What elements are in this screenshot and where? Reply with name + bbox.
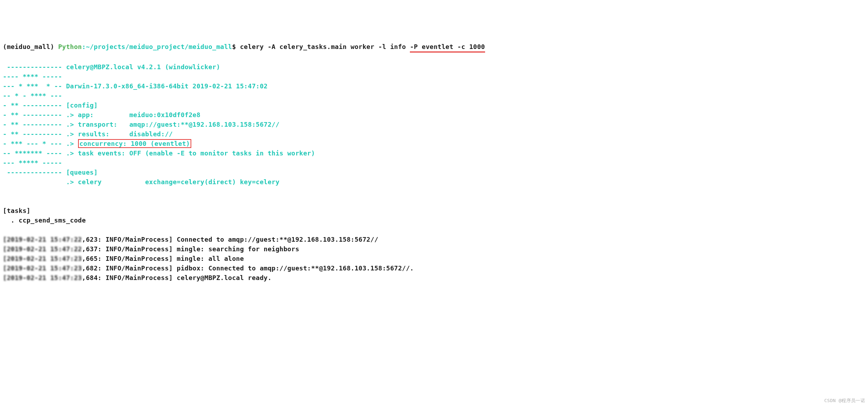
- config-arrow: .>: [66, 140, 78, 147]
- tasks-header: [tasks]: [3, 207, 31, 214]
- banner-art: - *** --- * ---: [3, 140, 66, 147]
- log-line: ,637: INFO/MainProcess] mingle: searchin…: [82, 245, 300, 253]
- tasks-item: . ccp_send_sms_code: [3, 216, 86, 224]
- log-timestamp: [2019-02-21 15:47:22: [3, 245, 82, 253]
- banner-title: celery@MBPZ.local v4.2.1 (windowlicker): [66, 63, 220, 71]
- banner-art: - ** ----------: [3, 130, 66, 138]
- terminal-output: (meiduo_mall) Python:~/projects/meiduo_p…: [3, 42, 865, 282]
- prompt-env: (meiduo_mall): [3, 43, 58, 50]
- log-timestamp: [2019-02-21 15:47:22: [3, 236, 82, 243]
- config-header: [config]: [66, 102, 98, 109]
- log-timestamp: [2019-02-21 15:47:23: [3, 255, 82, 262]
- config-results: .> results: disabled://: [66, 130, 173, 138]
- queues-header: [queues]: [66, 169, 98, 176]
- log-timestamp: [2019-02-21 15:47:23: [3, 274, 82, 281]
- prompt-user: Python: [58, 43, 82, 50]
- banner-art: - ** ----------: [3, 111, 66, 119]
- command-highlighted: -P eventlet -c 1000: [410, 42, 485, 53]
- log-line: ,682: INFO/MainProcess] pidbox: Connecte…: [82, 264, 414, 272]
- banner-platform: Darwin-17.3.0-x86_64-i386-64bit 2019-02-…: [66, 82, 268, 90]
- config-transport: .> transport: amqp://guest:**@192.168.10…: [66, 121, 279, 128]
- banner-art: - ** ----------: [3, 121, 66, 128]
- banner-art: -- ******* ----: [3, 149, 66, 157]
- banner-art: --------------: [3, 169, 66, 176]
- prompt-path: :~/projects/meiduo_project/meiduo_mall: [82, 43, 232, 50]
- banner-art: -- * - **** ---: [3, 92, 62, 99]
- banner-art: --- * *** * --: [3, 82, 66, 90]
- banner-art: - ** ----------: [3, 102, 66, 109]
- config-app: .> app: meiduo:0x10df0f2e8: [66, 111, 200, 119]
- config-concurrency-highlighted: concurrency: 1000 (eventlet): [78, 139, 192, 148]
- log-timestamp: [2019-02-21 15:47:23: [3, 264, 82, 272]
- banner-art: ---- **** -----: [3, 73, 62, 80]
- log-line: ,623: INFO/MainProcess] Connected to amq…: [82, 236, 378, 243]
- log-line: ,684: INFO/MainProcess] celery@MBPZ.loca…: [82, 274, 272, 281]
- banner-art: [3, 178, 66, 186]
- log-line: ,665: INFO/MainProcess] mingle: all alon…: [82, 255, 244, 262]
- banner-art: --------------: [3, 63, 66, 71]
- command-main: celery -A celery_tasks.main worker -l in…: [240, 43, 410, 50]
- config-taskevents: .> task events: OFF (enable -E to monito…: [66, 149, 315, 157]
- prompt-dollar: $: [232, 43, 240, 50]
- banner-art: --- ***** -----: [3, 159, 62, 166]
- queues-celery: .> celery exchange=celery(direct) key=ce…: [66, 178, 279, 186]
